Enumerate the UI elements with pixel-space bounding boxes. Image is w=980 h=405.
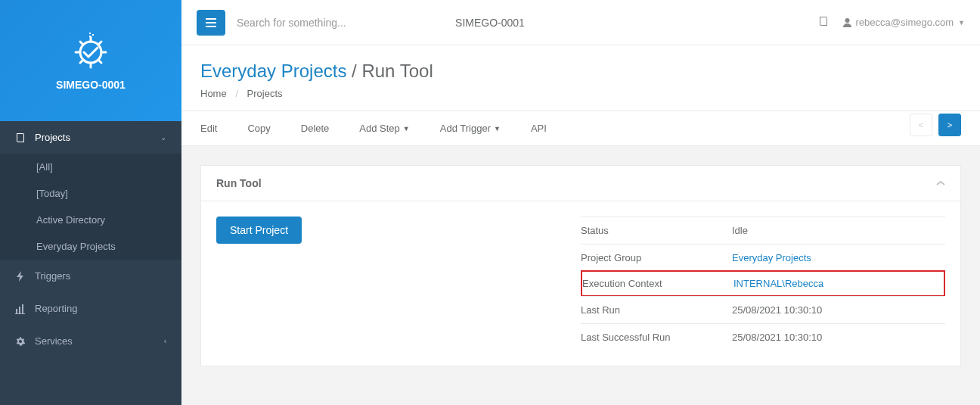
start-project-button[interactable]: Start Project <box>216 217 302 244</box>
breadcrumb: Home / Projects <box>200 88 961 99</box>
info-label: Execution Context <box>582 278 733 289</box>
nav-prev-button[interactable]: < <box>910 114 932 136</box>
main-content: SIMEGO-0001 rebecca@simego.com ▼ Everyda… <box>181 0 980 405</box>
info-value: Idle <box>732 225 748 236</box>
book-icon[interactable] <box>818 16 829 29</box>
toolbar-add-step[interactable]: Add Step ▼ <box>359 111 409 145</box>
sidebar-item-services[interactable]: Services ‹ <box>0 325 181 357</box>
topbar: SIMEGO-0001 rebecca@simego.com ▼ <box>181 0 980 45</box>
sidebar-item-reporting[interactable]: Reporting <box>0 292 181 325</box>
sidebar-item-label: Services <box>35 335 73 347</box>
svg-rect-9 <box>206 22 216 23</box>
title-primary: Everyday Projects <box>200 61 346 81</box>
svg-rect-10 <box>206 26 216 27</box>
topbar-right: rebecca@simego.com ▼ <box>818 16 965 29</box>
page-heading: Everyday Projects / Run Tool Home / Proj… <box>181 45 980 111</box>
chevron-down-icon: ⌄ <box>160 133 166 142</box>
title-secondary: Run Tool <box>361 61 433 81</box>
info-value: 25/08/2021 10:30:10 <box>732 304 822 316</box>
caret-down-icon: ▼ <box>403 125 410 132</box>
info-row-execution-context: Execution Context INTERNAL\Rebecca <box>581 270 945 297</box>
breadcrumb-projects[interactable]: Projects <box>247 88 283 99</box>
sidebar-sub-active-directory[interactable]: Active Directory <box>0 207 181 233</box>
svg-rect-4 <box>16 309 17 313</box>
bolt-icon <box>15 271 29 282</box>
toolbar-edit[interactable]: Edit <box>200 111 217 145</box>
search-input[interactable] <box>237 17 464 29</box>
svg-rect-6 <box>22 304 23 313</box>
toolbar-add-trigger-label: Add Trigger <box>440 123 491 134</box>
info-value: 25/08/2021 10:30:10 <box>732 332 822 343</box>
caret-down-icon: ▼ <box>958 19 965 26</box>
page-title: Everyday Projects / Run Tool <box>200 61 961 82</box>
info-row-last-run: Last Run 25/08/2021 10:30:10 <box>581 296 945 323</box>
gear-icon <box>15 336 29 347</box>
panel-collapse-button[interactable] <box>936 178 945 188</box>
toolbar-copy[interactable]: Copy <box>247 111 270 145</box>
caret-down-icon: ▼ <box>494 125 501 132</box>
page-nav: < > <box>910 114 961 136</box>
hamburger-button[interactable] <box>197 10 225 36</box>
info-row-status: Status Idle <box>581 217 945 244</box>
content-area: Run Tool Start Project Status Idle <box>181 146 980 385</box>
svg-point-11 <box>845 18 849 23</box>
chart-icon <box>15 304 29 314</box>
panel-body: Start Project Status Idle Project Group … <box>201 201 960 366</box>
panel-title: Run Tool <box>216 177 262 189</box>
svg-rect-7 <box>15 313 25 314</box>
sidebar-sub-everyday-projects[interactable]: Everyday Projects <box>0 233 181 260</box>
info-label: Status <box>581 225 732 236</box>
sidebar-submenu-projects: [All] [Today] Active Directory Everyday … <box>0 154 181 260</box>
hamburger-icon <box>206 18 216 27</box>
sidebar-item-triggers[interactable]: Triggers <box>0 260 181 292</box>
svg-rect-3 <box>89 36 91 37</box>
user-icon <box>842 17 852 27</box>
nav-next-button[interactable]: > <box>938 114 961 136</box>
logo-icon <box>72 31 110 71</box>
info-row-last-successful-run: Last Successful Run 25/08/2021 10:30:10 <box>581 323 945 350</box>
chevron-up-icon <box>936 180 945 186</box>
sidebar-sub-all[interactable]: [All] <box>0 154 181 180</box>
breadcrumb-sep: / <box>235 88 238 99</box>
panel-header: Run Tool <box>201 166 960 201</box>
user-email: rebecca@simego.com <box>856 17 954 28</box>
book-icon <box>15 132 29 143</box>
svg-rect-2 <box>92 34 94 36</box>
info-table: Status Idle Project Group Everyday Proje… <box>581 217 945 350</box>
brand-name: SIMEGO-0001 <box>56 79 126 91</box>
info-row-project-group: Project Group Everyday Projects <box>581 244 945 271</box>
run-tool-panel: Run Tool Start Project Status Idle <box>200 165 961 366</box>
action-toolbar: Edit Copy Delete Add Step ▼ Add Trigger … <box>181 111 980 146</box>
chevron-left-icon: ‹ <box>164 337 166 345</box>
panel-left: Start Project <box>216 217 581 350</box>
info-value-link[interactable]: INTERNAL\Rebecca <box>733 278 823 289</box>
toolbar-api[interactable]: API <box>531 111 547 145</box>
info-label: Last Run <box>581 304 732 316</box>
breadcrumb-home[interactable]: Home <box>200 88 227 99</box>
svg-rect-1 <box>89 33 91 34</box>
toolbar-delete[interactable]: Delete <box>301 111 330 145</box>
user-menu[interactable]: rebecca@simego.com ▼ <box>842 17 965 28</box>
sidebar-item-projects[interactable]: Projects ⌄ <box>0 121 181 154</box>
topbar-title: SIMEGO-0001 <box>455 17 525 29</box>
svg-rect-8 <box>206 18 216 20</box>
info-label: Project Group <box>581 252 732 263</box>
sidebar-header: SIMEGO-0001 <box>0 0 181 121</box>
panel-right: Status Idle Project Group Everyday Proje… <box>581 217 945 350</box>
info-value-link[interactable]: Everyday Projects <box>732 252 811 263</box>
sidebar: SIMEGO-0001 Projects ⌄ [All] [Today] Act… <box>0 0 181 405</box>
sidebar-sub-today[interactable]: [Today] <box>0 180 181 207</box>
svg-rect-5 <box>19 307 20 313</box>
title-sep: / <box>352 61 357 81</box>
toolbar-add-step-label: Add Step <box>359 123 400 134</box>
toolbar-add-trigger[interactable]: Add Trigger ▼ <box>440 111 501 145</box>
sidebar-item-label: Reporting <box>35 303 77 314</box>
info-label: Last Successful Run <box>581 332 732 343</box>
sidebar-item-label: Triggers <box>35 270 70 282</box>
sidebar-item-label: Projects <box>35 132 70 143</box>
